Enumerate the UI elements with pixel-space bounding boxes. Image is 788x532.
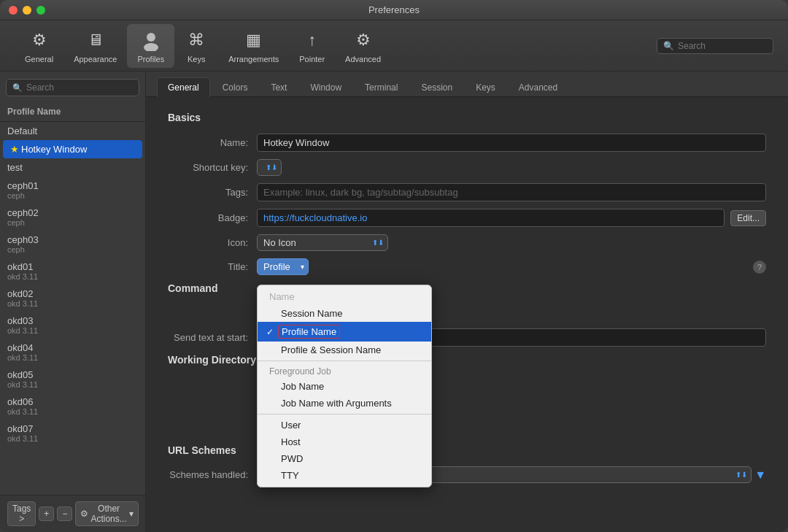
dropdown-item-user[interactable]: User [258,417,431,433]
sidebar-search-input[interactable] [26,82,133,93]
url-schemes-label: Schemes handled: [168,469,248,480]
profile-item-ceph02[interactable]: ceph02 ceph [0,204,145,231]
profile-name: okd05 [7,369,138,380]
sidebar-search-bar[interactable]: 🔍 [6,79,139,96]
profile-item-okd07[interactable]: okd07 okd 3.11 [0,420,145,447]
profile-name: okd04 [7,342,138,353]
toolbar-item-general[interactable]: ⚙ General [15,24,63,68]
profile-item-ceph03[interactable]: ceph03 ceph [0,231,145,258]
dropdown-item-host[interactable]: Host [258,433,431,450]
title-select-area: Profile ▾ [257,258,309,275]
profile-item-default[interactable]: Default [0,122,145,140]
toolbar-search[interactable]: 🔍 [657,38,773,54]
toolbar-item-keys[interactable]: ⌘ Keys [174,24,218,68]
icon-select[interactable]: No Icon [257,234,388,251]
edit-button[interactable]: Edit... [730,210,766,226]
toolbar-item-profiles[interactable]: Profiles [127,24,174,68]
sidebar: 🔍 Profile Name Default ★Hotkey Window te… [0,72,146,532]
window-controls [9,6,45,15]
profile-sub: okd 3.11 [7,353,138,362]
profile-item-hotkey[interactable]: ★Hotkey Window [3,140,142,158]
profile-star-icon: ★ [10,144,19,155]
remove-profile-button[interactable]: − [57,506,72,521]
dropdown-item-session-name[interactable]: Session Name [258,305,431,322]
selected-item-label: Profile Name [278,325,340,339]
basics-section-title: Basics [168,112,766,123]
profiles-icon [139,28,163,52]
content-area: General Colors Text Window Terminal Sess… [146,72,788,532]
dropdown-item-pwd[interactable]: PWD [258,450,431,467]
profile-sub: okd 3.11 [7,299,138,308]
dropdown-item-job-name-args[interactable]: Job Name with Arguments [258,395,431,412]
toolbar-item-pointer[interactable]: ↑ Pointer [289,24,335,68]
tab-keys[interactable]: Keys [465,77,506,97]
toolbar-label-general: General [25,55,53,63]
badge-input[interactable] [257,209,725,227]
dropdown-section-foreground: Foreground Job [258,363,431,378]
tab-session[interactable]: Session [410,77,463,97]
profile-list-header: Profile Name [0,104,145,122]
dropdown-item-job-name[interactable]: Job Name [258,378,431,395]
icon-label: Icon: [168,237,248,248]
icon-select-wrapper: No Icon ⬆⬇ [257,234,388,251]
profile-name: Default [7,126,37,136]
maximize-button[interactable] [36,6,45,15]
other-actions-arrow-icon: ▾ [129,509,134,519]
badge-label: Badge: [168,212,248,223]
profile-item-okd05[interactable]: okd05 okd 3.11 [0,366,145,393]
other-actions-label: Other Actions... [90,504,126,524]
help-button[interactable]: ? [753,261,766,274]
add-profile-button[interactable]: + [39,506,54,521]
dropdown-item-profile-session-name[interactable]: Profile & Session Name [258,342,431,358]
minimize-button[interactable] [23,6,31,15]
tab-advanced[interactable]: Advanced [508,77,568,97]
profile-item-okd01[interactable]: okd01 okd 3.11 [0,258,145,285]
shortcut-select[interactable] [257,159,282,176]
tags-button[interactable]: Tags > [7,501,36,526]
profile-name: okd07 [7,423,138,434]
tab-general[interactable]: General [157,77,210,97]
profile-item-ceph01[interactable]: ceph01 ceph [0,177,145,204]
send-text-label: Send text at start: [168,332,248,343]
general-icon: ⚙ [28,28,51,52]
sidebar-search-icon: 🔍 [12,83,23,93]
tags-input[interactable] [257,183,766,201]
tab-colors[interactable]: Colors [212,77,259,97]
dropdown-item-tty[interactable]: TTY [258,467,431,484]
toolbar-search-input[interactable] [678,41,767,51]
profile-item-okd03[interactable]: okd03 okd 3.11 [0,312,145,339]
titlebar: Preferences [0,0,788,20]
profile-item-test[interactable]: test [0,158,145,177]
profile-sub: okd 3.11 [7,380,138,389]
toolbar-label-keys: Keys [188,55,205,63]
title-select[interactable]: Profile [257,258,309,275]
profile-name: ceph03 [7,234,138,245]
url-schemes-dropdown-icon: ▼ [754,469,766,482]
tags-label: Tags: [168,187,248,198]
shortcut-label: Shortcut key: [168,162,248,173]
toolbar-label-appearance: Appearance [74,55,117,63]
toolbar: ⚙ General 🖥 Appearance Profiles ⌘ Keys ▦… [0,20,788,72]
title-dropdown-menu[interactable]: Name Session Name Profile Name Profile &… [257,285,432,487]
profile-sub: okd 3.11 [7,326,138,335]
tab-window[interactable]: Window [299,77,352,97]
toolbar-item-arrangements[interactable]: ▦ Arrangements [218,24,289,68]
tab-text[interactable]: Text [260,77,298,97]
profile-name: Hotkey Window [21,144,87,155]
profile-item-okd02[interactable]: okd02 okd 3.11 [0,285,145,312]
tab-terminal[interactable]: Terminal [354,77,409,97]
dropdown-item-profile-name[interactable]: Profile Name [258,322,431,342]
advanced-icon: ⚙ [352,28,375,52]
toolbar-item-appearance[interactable]: 🖥 Appearance [63,24,127,68]
profile-item-okd06[interactable]: okd06 okd 3.11 [0,393,145,420]
name-input[interactable] [257,134,766,152]
svg-point-0 [147,33,155,42]
profile-item-okd04[interactable]: okd04 okd 3.11 [0,339,145,366]
toolbar-item-advanced[interactable]: ⚙ Advanced [335,24,391,68]
other-actions-button[interactable]: ⚙ Other Actions... ▾ [75,501,138,526]
pointer-icon: ↑ [301,28,324,52]
toolbar-label-pointer: Pointer [299,55,325,63]
tab-bar: General Colors Text Window Terminal Sess… [146,72,788,97]
profile-name: ceph02 [7,207,138,218]
close-button[interactable] [9,6,18,15]
